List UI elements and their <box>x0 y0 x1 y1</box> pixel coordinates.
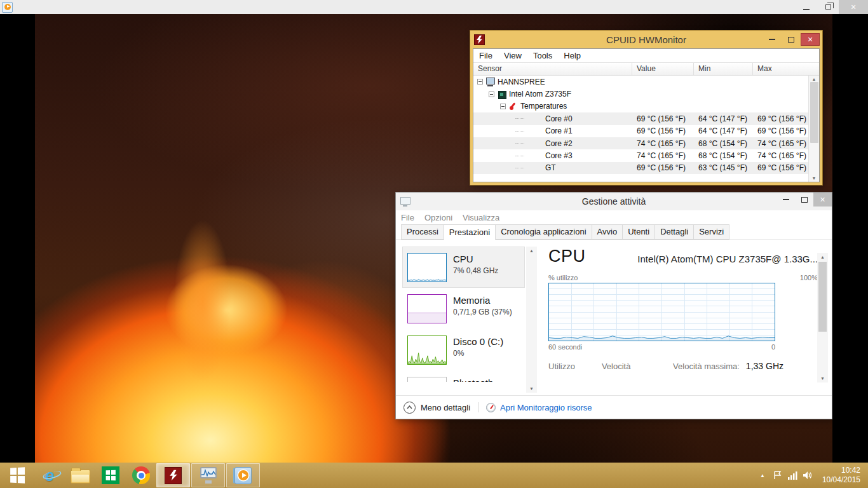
minimize-icon <box>803 9 810 10</box>
collapse-icon[interactable] <box>489 92 494 97</box>
tab-dettagli[interactable]: Dettagli <box>654 224 694 240</box>
column-min[interactable]: Min <box>694 63 753 75</box>
task-manager-maximize-button[interactable] <box>795 193 813 207</box>
taskbar-chrome[interactable] <box>126 463 156 488</box>
menu-file[interactable]: File <box>396 213 419 222</box>
tab-cronologia-applicazioni[interactable]: Cronologia applicazioni <box>495 224 592 240</box>
sidebar-item-disco[interactable]: Disco 0 (C:) 0% <box>402 329 525 370</box>
host-restore-button[interactable] <box>817 0 839 14</box>
scroll-down-icon[interactable]: ▼ <box>529 386 534 391</box>
sidebar-item-cpu[interactable]: CPU 7% 0,48 GHz <box>402 247 525 288</box>
taskbar-media-player-button[interactable] <box>226 463 260 487</box>
menu-file[interactable]: File <box>473 51 498 60</box>
task-manager-close-button[interactable]: × <box>813 193 832 207</box>
sensor-min: 64 °C (147 °F) <box>694 126 753 135</box>
tree-row-cpu[interactable]: Intel Atom Z3735F <box>473 88 819 100</box>
column-value[interactable]: Value <box>632 63 694 75</box>
root-node-label: HANNSPREE <box>498 78 545 86</box>
taskbar-file-explorer[interactable] <box>65 463 95 488</box>
column-sensor[interactable]: Sensor <box>473 63 632 75</box>
tab-utenti[interactable]: Utenti <box>622 224 655 240</box>
sensor-row[interactable]: Core #0 69 °C (156 °F) 64 °C (147 °F) 69… <box>473 112 819 125</box>
maximize-icon <box>788 37 794 43</box>
scroll-up-icon[interactable]: ▲ <box>529 248 534 253</box>
less-details-label[interactable]: Meno dettagli <box>421 403 470 412</box>
taskbar-windows-store[interactable] <box>95 463 126 488</box>
volume-icon[interactable] <box>801 463 816 488</box>
cpu-utilization-graph[interactable] <box>548 283 775 341</box>
menu-tools[interactable]: Tools <box>527 51 558 60</box>
sensor-row[interactable]: GT 69 °C (156 °F) 63 °C (145 °F) 69 °C (… <box>473 162 819 174</box>
column-max[interactable]: Max <box>753 63 819 75</box>
scrollbar-thumb[interactable] <box>818 262 827 332</box>
x-axis-right-label: 0 <box>771 343 775 351</box>
less-details-button[interactable] <box>403 402 416 414</box>
y-axis-max: 100% <box>800 274 818 281</box>
scroll-up-icon[interactable]: ▲ <box>812 77 817 81</box>
sensor-row[interactable]: Core #3 74 °C (165 °F) 68 °C (154 °F) 74… <box>473 149 819 161</box>
cpu-detail-panel: CPU Intel(R) Atom(TM) CPU Z3735F@ 1.33G.… <box>537 247 831 391</box>
clock-date: 10/04/2015 <box>822 475 860 485</box>
host-close-button[interactable]: × <box>839 0 868 14</box>
action-center-flag-icon[interactable] <box>770 463 785 488</box>
sidebar-scrollbar[interactable]: ▲ ▼ <box>526 247 537 393</box>
sidebar-item-memoria[interactable]: Memoria 0,7/1,9 GB (37%) <box>402 288 525 329</box>
tree-row-root[interactable]: HANNSPREE <box>473 76 819 88</box>
windows-logo-icon <box>10 467 25 483</box>
scroll-down-icon[interactable]: ▼ <box>820 376 825 381</box>
show-hidden-icons-button[interactable]: ▲ <box>755 463 770 488</box>
store-icon <box>102 466 119 484</box>
clock-time: 10:42 <box>822 466 860 475</box>
hwmonitor-menubar: File View Tools Help <box>473 49 819 63</box>
maximize-icon <box>801 197 808 203</box>
scrollbar-thumb[interactable] <box>810 82 818 143</box>
hwmonitor-minimize-button[interactable] <box>763 33 782 46</box>
taskbar-clock[interactable]: 10:42 10/04/2015 <box>816 466 868 485</box>
host-minimize-button[interactable] <box>796 0 817 14</box>
sidebar-item-bluetooth[interactable]: Bluetooth <box>402 370 525 383</box>
sensor-row[interactable]: Core #2 74 °C (165 °F) 68 °C (154 °F) 74… <box>473 137 819 149</box>
collapse-icon[interactable] <box>500 104 506 109</box>
task-manager-minimize-button[interactable] <box>776 193 795 207</box>
sensor-name: Core #2 <box>526 139 573 148</box>
task-manager-titlebar[interactable]: Gestione attività × <box>396 193 832 210</box>
tab-servizi[interactable]: Servizi <box>693 224 729 240</box>
menu-opzioni[interactable]: Opzioni <box>419 213 458 222</box>
tab-prestazioni[interactable]: Prestazioni <box>444 224 496 240</box>
network-signal-icon[interactable] <box>785 463 801 488</box>
desktop: CPUID HWMonitor × File View Tools Help S… <box>0 14 868 463</box>
hwmonitor-maximize-button[interactable] <box>782 33 801 46</box>
sidebar-memoria-label: Memoria <box>453 294 512 306</box>
y-axis-label: % utilizzo <box>548 274 578 281</box>
taskbar-hwmonitor-button[interactable] <box>156 463 190 487</box>
screen: × CPUID HWMonitor × File View <box>0 0 868 488</box>
hwmonitor-scrollbar[interactable]: ▲ ▼ <box>808 76 819 182</box>
hwmonitor-body: File View Tools Help Sensor Value Min Ma… <box>473 48 820 182</box>
cpu-panel-scrollbar[interactable]: ▲ ▼ <box>817 253 828 383</box>
tree-connector <box>515 156 524 156</box>
hwmonitor-close-button[interactable]: × <box>801 33 820 46</box>
sensor-row[interactable]: Core #1 69 °C (156 °F) 64 °C (147 °F) 69… <box>473 125 819 137</box>
hwmonitor-titlebar[interactable]: CPUID HWMonitor × <box>470 30 822 48</box>
resource-monitor-link[interactable]: Apri Monitoraggio risorse <box>500 403 592 412</box>
max-speed-value: 1,33 GHz <box>746 361 783 371</box>
tree-row-temperatures[interactable]: Temperatures <box>473 100 819 112</box>
scroll-up-icon[interactable]: ▲ <box>820 255 825 259</box>
close-icon: × <box>820 194 825 205</box>
scroll-down-icon[interactable]: ▼ <box>812 176 817 180</box>
menu-help[interactable]: Help <box>558 51 587 60</box>
tab-avvio[interactable]: Avvio <box>592 224 623 240</box>
menu-visualizza[interactable]: Visualizza <box>458 213 505 222</box>
collapse-icon[interactable] <box>477 79 483 85</box>
tab-processi[interactable]: Processi <box>401 224 444 240</box>
sensor-value: 74 °C (165 °F) <box>632 151 694 160</box>
taskbar-internet-explorer[interactable]: e <box>34 463 65 488</box>
menu-view[interactable]: View <box>498 51 527 60</box>
start-button[interactable] <box>0 463 34 488</box>
taskbar-task-manager-button[interactable] <box>191 463 225 487</box>
bluetooth-mini-graph <box>407 377 447 383</box>
task-manager-footer: Meno dettagli Apri Monitoraggio risorse <box>396 395 832 419</box>
task-manager-tabstrip: Processi Prestazioni Cronologia applicaz… <box>396 224 832 240</box>
chevron-up-icon <box>407 405 412 409</box>
sidebar-disco-label: Disco 0 (C:) <box>453 336 503 348</box>
